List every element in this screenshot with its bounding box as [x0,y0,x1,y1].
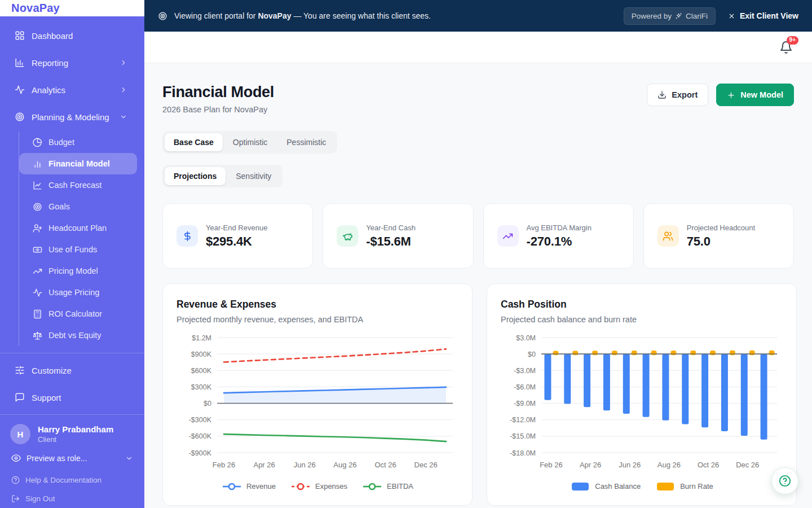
tab-view-projections[interactable]: Projections [165,167,226,185]
sidebar-subitem-label: Goals [48,202,70,211]
sidebar-item-planning-modeling[interactable]: Planning & Modeling [0,103,144,130]
chart-title: Revenue & Expenses [176,299,458,310]
svg-text:Feb 26: Feb 26 [540,461,562,469]
sidebar-subitem-label: Usage Pricing [48,288,99,297]
sidebar-subitem-cash-forecast[interactable]: Cash Forecast [19,174,137,196]
sidebar-item-dashboard[interactable]: Dashboard [0,22,144,49]
scale-icon [33,331,42,340]
sidebar-subitem-budget[interactable]: Budget [19,132,137,153]
sidebar-item-label: Reporting [32,58,120,68]
chevron-right-icon [120,86,127,94]
sidebar-item-support[interactable]: Support [0,384,144,411]
chart-legend: RevenueExpensesEBITDA [176,482,458,491]
calculator-icon [33,309,42,319]
metric-value: 75.0 [687,234,755,249]
activity-icon [15,85,25,95]
svg-text:-$600K: -$600K [189,432,212,440]
banner-client-name: NovaPay [258,11,291,20]
activity-icon [33,288,42,297]
scenario-tab-group: Base CaseOptimisticPessimistic [162,131,337,154]
chart-card-revenue-expenses: Revenue & ExpensesProjected monthly reve… [162,283,473,506]
bar-axis-icon [15,58,25,68]
chevron-down-icon [125,454,133,462]
tab-scenario-optimistic[interactable]: Optimistic [224,133,276,151]
legend-label: Expenses [315,482,347,491]
sidebar-item-reporting[interactable]: Reporting [0,49,144,76]
chart-title: Cash Position [501,299,783,310]
preview-as-role[interactable]: Preview as role... [0,444,144,466]
tab-scenario-base-case[interactable]: Base Case [165,133,223,151]
sidebar-item-customize[interactable]: Customize [0,357,144,384]
sidebar-subitem-debt-vs-equity[interactable]: Debt vs Equity [19,325,137,346]
help-button[interactable] [771,467,798,494]
chart-legend: Cash BalanceBurn Rate [501,482,783,491]
powered-by-button[interactable]: Powered by ClariFi [624,7,716,25]
svg-text:$900K: $900K [191,351,212,358]
grid-icon [15,30,25,41]
svg-text:Apr 26: Apr 26 [580,461,601,469]
sidebar-user-section: H Harry Prabandham Client [0,414,144,444]
sidebar-subitem-usage-pricing[interactable]: Usage Pricing [19,282,137,303]
view-tab-group: ProjectionsSensitivity [162,165,283,187]
svg-text:$1.2M: $1.2M [192,334,211,342]
legend-item-cash-balance: Cash Balance [570,482,641,491]
new-model-label: New Model [740,90,783,99]
chart-cards: Revenue & ExpensesProjected monthly reve… [162,283,794,506]
notifications-button[interactable]: 9+ [779,41,793,54]
sidebar-subitem-goals[interactable]: Goals [19,196,137,217]
trending-up-icon-badge [497,225,519,247]
legend-label: EBITDA [387,482,413,491]
metric-card-year-end-cash: Year-End Cash-$15.6M [323,203,473,269]
export-button[interactable]: Export [647,84,708,106]
tab-view-sensitivity[interactable]: Sensitivity [227,167,280,185]
chart-subtitle: Projected monthly revenue, expenses, and… [176,315,458,324]
sidebar-subitem-label: Debt vs Equity [48,331,102,340]
banknote-icon [33,245,42,255]
metric-text: Year-End Cash-$15.6M [366,224,416,249]
legend-item-burn-rate: Burn Rate [655,482,713,491]
sidebar-subitem-financial-model[interactable]: Financial Model [19,153,137,174]
sidebar-link-help-documentation[interactable]: Help & Documentation [0,471,144,489]
sidebar-subitem-headcount-plan[interactable]: Headcount Plan [19,217,137,239]
metric-card-projected-headcount: Projected Headcount75.0 [643,203,794,269]
sidebar: NovaPay DashboardReportingAnalyticsPlann… [0,0,144,508]
chart-plot: $3.0M$0-$3.0M-$6.0M-$9.0M-$12.0M-$15.0M-… [501,332,783,480]
user-role: Client [38,435,113,444]
sidebar-subitem-label: Financial Model [48,159,110,168]
tab-scenario-pessimistic[interactable]: Pessimistic [277,133,335,151]
sidebar-subitem-roi-calculator[interactable]: ROI Calculator [19,303,137,325]
svg-text:$600K: $600K [191,367,212,375]
download-icon [657,90,667,99]
sidebar-link-label: Sign Out [25,494,55,503]
line-chart-icon [33,181,42,190]
sidebar-item-analytics[interactable]: Analytics [0,76,144,103]
svg-text:$300K: $300K [191,383,212,391]
svg-text:$0: $0 [528,351,536,358]
help-icon [11,476,20,484]
svg-text:Oct 26: Oct 26 [698,461,719,469]
sidebar-link-sign-out[interactable]: Sign Out [0,489,144,508]
sidebar-links: Help & DocumentationSign Out [0,471,144,508]
chart-subtitle: Projected cash balance and burn rate [501,315,783,324]
help-circle-icon [779,475,791,487]
sidebar-item-label: Dashboard [32,31,134,41]
sidebar-subitem-pricing-model[interactable]: Pricing Model [19,260,137,282]
sidebar-subitem-use-of-funds[interactable]: Use of Funds [19,239,137,260]
svg-text:Jun 26: Jun 26 [294,461,316,469]
new-model-button[interactable]: New Model [716,84,794,106]
chevron-right-icon [120,59,127,67]
piggy-icon-badge [337,225,358,247]
svg-text:-$18.0M: -$18.0M [510,449,536,457]
legend-item-revenue: Revenue [222,482,276,491]
logo-bar: NovaPay [0,0,144,16]
dollar-icon [182,231,193,242]
svg-text:-$9.0M: -$9.0M [514,400,536,408]
svg-text:Apr 26: Apr 26 [253,461,275,469]
svg-text:$3.0M: $3.0M [516,334,536,342]
trending-up-icon [502,231,513,242]
exit-client-view-button[interactable]: Exit Client View [728,11,798,20]
legend-label: Burn Rate [680,482,713,491]
svg-text:-$12.0M: -$12.0M [510,416,536,424]
chart-plot: $1.2M$900K$600K$300K$0-$300K-$600K-$900K… [176,332,458,480]
metric-cards: Year-End Revenue$295.4KYear-End Cash-$15… [162,203,794,269]
